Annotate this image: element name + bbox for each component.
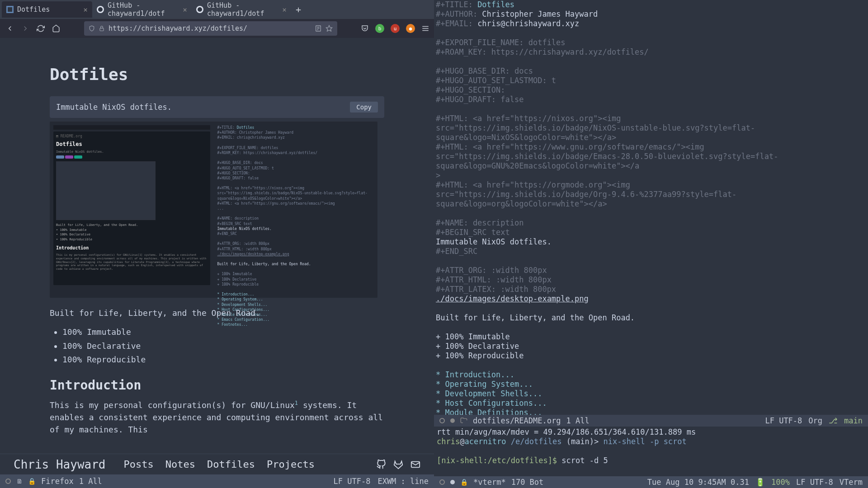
circle-icon: [439, 418, 445, 423]
mail-icon[interactable]: [410, 460, 420, 469]
tab-github-2[interactable]: GitHub - chayward1/dotf ×: [192, 1, 291, 18]
major-mode: VTerm: [840, 478, 863, 487]
list-item: 100% Immutable: [62, 325, 384, 339]
favicon-icon: [6, 6, 14, 13]
battery-pct: 100%: [771, 478, 790, 487]
battery-icon: 🔋: [755, 478, 765, 487]
firefox-tab-bar: Dotfiles × GitHub - chayward1/dotf × Git…: [0, 0, 434, 19]
svg-rect-6: [100, 28, 104, 31]
code-text: Immutable NixOS dotfiles.: [56, 103, 172, 112]
extension-bitwarden-icon[interactable]: b: [375, 24, 384, 33]
code-block: Immutable NixOS dotfiles. Copy: [50, 96, 384, 118]
site-title[interactable]: Chris Hayward: [14, 458, 106, 471]
lock-icon: [99, 25, 105, 32]
home-button[interactable]: [51, 23, 61, 34]
vterm-terminal[interactable]: rtt min/avg/max/mdev = 49.294/186.651/36…: [434, 427, 868, 476]
circle-filled-icon: [450, 418, 455, 423]
nav-notes[interactable]: Notes: [165, 459, 195, 470]
github-icon[interactable]: [376, 460, 386, 469]
extension-icon[interactable]: ●: [406, 24, 415, 33]
back-button[interactable]: [5, 23, 15, 34]
close-icon[interactable]: ×: [282, 5, 287, 14]
nav-posts[interactable]: Posts: [124, 459, 154, 470]
circle-filled-icon: [450, 480, 455, 484]
branch-name: main: [844, 416, 863, 425]
vterm-modeline: 🔒 *vterm* 170 Bot Tue Aug 10 9:45AM 0.31…: [434, 476, 868, 488]
desktop-screenshot-image: ⬒ README.org Dotfiles Immutable NixOS do…: [50, 122, 377, 298]
svg-marker-11: [326, 25, 332, 31]
forward-button[interactable]: [20, 23, 31, 34]
branch-icon: ⎇: [829, 416, 838, 425]
firefox-url-bar: https://chrishayward.xyz/dotfiles/ b u ●: [0, 19, 434, 38]
site-nav: Chris Hayward Posts Notes Dotfiles Proje…: [0, 454, 434, 474]
major-mode: EXWM : line: [377, 477, 429, 486]
buffer-position: 1 All: [566, 416, 589, 425]
left-modeline: 🗎 🔒 Firefox 1 All LF UTF-8 EXWM : line: [0, 474, 434, 488]
tab-title: Dotfiles: [17, 5, 50, 14]
section-heading: Introduction: [50, 378, 384, 393]
buffer-position: 170 Bot: [511, 478, 544, 487]
terminal-prompt: chris@acernitro /e/dotfiles (main)> nix-…: [437, 437, 865, 446]
tab-github-1[interactable]: GitHub - chayward1/dotf ×: [92, 1, 192, 18]
svg-point-5: [198, 7, 202, 12]
intro-paragraph: This is my personal configuration(s) for…: [50, 399, 384, 436]
bookmark-icon[interactable]: [326, 25, 333, 32]
nav-dotfiles[interactable]: Dotfiles: [207, 459, 255, 470]
org-editor[interactable]: #+TITLE: Dotfiles #+AUTHOR: Christopher …: [434, 0, 868, 415]
page-title: Dotfiles: [50, 65, 384, 84]
buffer-name: Firefox: [41, 477, 74, 486]
reload-button[interactable]: [35, 23, 46, 34]
github-icon: [196, 6, 203, 13]
tab-title: GitHub - chayward1/dotf: [108, 1, 179, 18]
add-tab-button[interactable]: +: [291, 4, 306, 15]
copy-button[interactable]: Copy: [350, 102, 378, 113]
list-item: 100% Reproducible: [62, 353, 384, 367]
encoding: LF UTF-8: [796, 478, 833, 487]
nav-projects[interactable]: Projects: [267, 459, 315, 470]
encoding: LF UTF-8: [334, 477, 371, 486]
buffer-position: 1 All: [79, 477, 102, 486]
file-icon: 🗎: [16, 478, 23, 485]
close-icon[interactable]: ×: [183, 5, 187, 14]
menu-icon[interactable]: [421, 24, 429, 33]
circle-icon: [439, 479, 445, 485]
feature-list: 100% Immutable 100% Declarative 100% Rep…: [62, 325, 384, 367]
gitlab-icon[interactable]: [393, 460, 403, 469]
tab-title: GitHub - chayward1/dotf: [207, 1, 278, 18]
lock-icon: 🔒: [460, 479, 468, 486]
extension-ublock-icon[interactable]: u: [391, 24, 400, 33]
webpage-content: Dotfiles Immutable NixOS dotfiles. Copy …: [0, 38, 434, 454]
svg-point-3: [98, 7, 103, 12]
tab-dotfiles[interactable]: Dotfiles ×: [2, 1, 92, 18]
url-text: https://chrishayward.xyz/dotfiles/: [108, 24, 247, 33]
shield-icon: [89, 25, 95, 32]
buffer-name: *vterm*: [473, 478, 506, 487]
url-input[interactable]: https://chrishayward.xyz/dotfiles/: [84, 21, 337, 36]
folder-icon: [460, 417, 467, 424]
lock-icon: 🔒: [28, 478, 36, 485]
close-icon[interactable]: ×: [83, 5, 88, 14]
list-item: 100% Declarative: [62, 339, 384, 353]
terminal-prompt-nix: [nix-shell:/etc/dotfiles]$ scrot -d 5: [437, 456, 865, 465]
datetime: Tue Aug 10 9:45AM 0.31: [647, 478, 749, 487]
svg-rect-1: [8, 7, 12, 12]
reader-icon[interactable]: [315, 25, 322, 32]
major-mode: Org: [808, 416, 822, 425]
editor-modeline: dotfiles/README.org 1 All LF UTF-8 Org ⎇…: [434, 415, 868, 427]
buffer-path: dotfiles/README.org: [473, 416, 561, 425]
terminal-output: rtt min/avg/max/mdev = 49.294/186.651/36…: [437, 427, 865, 437]
pocket-icon[interactable]: [361, 24, 369, 33]
circle-icon: [5, 479, 11, 484]
github-icon: [97, 6, 104, 13]
encoding: LF UTF-8: [765, 416, 802, 425]
